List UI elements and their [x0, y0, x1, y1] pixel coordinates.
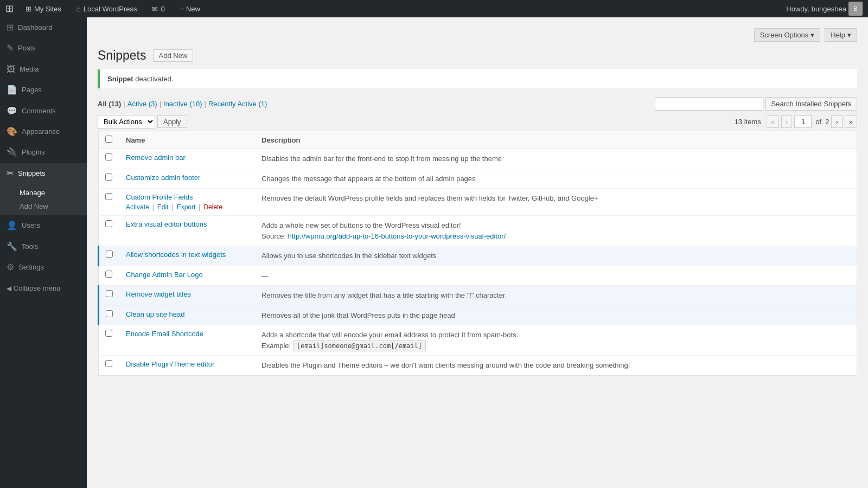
snippet-name-link[interactable]: Remove admin bar	[126, 153, 186, 162]
pag-next-button[interactable]: ›	[831, 115, 842, 128]
snippets-submenu: Manage Add New	[0, 184, 87, 215]
row-checkbox[interactable]	[106, 251, 113, 258]
site-name-menu[interactable]: ⌂ Local WordPress	[73, 0, 141, 17]
filter-all[interactable]: All (13)	[98, 100, 121, 108]
snippet-description: Adds a whole new set of buttons to the W…	[261, 221, 461, 229]
help-button[interactable]: Help ▾	[825, 28, 857, 42]
filter-active[interactable]: Active (3)	[127, 100, 157, 108]
my-sites-menu[interactable]: ⊞ My Sites	[22, 0, 65, 17]
pagination: 13 items « ‹ of 2 › »	[735, 115, 857, 128]
action-delete[interactable]: Delete	[203, 203, 222, 211]
apply-button[interactable]: Apply	[157, 115, 187, 128]
sidebar-item-plugins[interactable]: 🔌 Plugins	[0, 142, 87, 163]
sidebar-item-label: Dashboard	[18, 23, 53, 33]
notice-text: deactivated.	[135, 75, 173, 83]
row-checkbox[interactable]	[105, 220, 112, 227]
sidebar-item-settings[interactable]: ⚙ Settings	[0, 257, 87, 278]
snippet-actions: Activate|Edit|Export|Delete	[126, 203, 248, 211]
row-checkbox[interactable]	[105, 271, 112, 278]
sidebar-item-dashboard[interactable]: ⊞ Dashboard	[0, 17, 87, 38]
snippet-description: Adds a shortcode that will encode your e…	[261, 331, 518, 339]
main-content: Screen Options ▾ Help ▾ Snippets Add New…	[87, 17, 868, 488]
sidebar-item-comments[interactable]: 💬 Comments	[0, 101, 87, 121]
snippet-name-link[interactable]: Custom Profile Fields	[126, 193, 193, 201]
sidebar-sub-add-new[interactable]: Add New	[0, 200, 87, 213]
action-edit[interactable]: Edit	[157, 203, 169, 211]
pag-first-button[interactable]: «	[767, 115, 779, 128]
snippet-name-link[interactable]: Encode Email Shortcode	[126, 330, 203, 338]
row-checkbox[interactable]	[105, 193, 112, 200]
screen-options-button[interactable]: Screen Options ▾	[754, 28, 821, 42]
pag-total: 2	[825, 118, 829, 126]
notice-strong: Snippet	[107, 75, 133, 83]
snippet-name-link[interactable]: Extra visual editor buttons	[126, 220, 207, 228]
new-label: + New	[180, 5, 200, 13]
snippet-name-link[interactable]: Customize admin footer	[126, 174, 200, 182]
row-checkbox[interactable]	[106, 310, 113, 317]
sidebar-item-label: Plugins	[22, 147, 45, 157]
snippet-source-link[interactable]: http://wpmu.org/add-up-to-16-buttons-to-…	[288, 232, 506, 240]
filter-links: All (13) | Active (3) | Inactive (10) | …	[98, 100, 267, 108]
help-label: Help	[831, 31, 845, 39]
sidebar-item-posts[interactable]: ✎ Posts	[0, 38, 87, 59]
table-row: Allow shortcodes in text widgetsAllows y…	[99, 246, 857, 266]
filter-recently-active[interactable]: Recently Active (1)	[208, 100, 267, 108]
th-name: Name	[119, 131, 255, 149]
snippets-icon: ✂	[7, 168, 14, 179]
pages-icon: 📄	[7, 84, 17, 96]
select-all-checkbox[interactable]	[105, 136, 112, 143]
snippet-name-link[interactable]: Change Admin Bar Logo	[126, 271, 203, 279]
sidebar-item-tools[interactable]: 🔧 Tools	[0, 236, 87, 257]
snippet-description: Disables the admin bar for the front-end…	[261, 155, 502, 163]
admin-bar-right: Howdy, bungeshea B	[786, 2, 863, 16]
search-button[interactable]: Search Installed Snippets	[765, 97, 857, 111]
pag-last-button[interactable]: »	[845, 115, 857, 128]
table-row: Customize admin footerChanges the messag…	[99, 169, 857, 189]
row-checkbox[interactable]	[105, 174, 112, 181]
sidebar-item-label: Posts	[18, 43, 36, 53]
table-header-row: Name Description	[99, 131, 857, 149]
sidebar-item-snippets[interactable]: ✂ Snippets	[0, 163, 87, 184]
pag-input[interactable]	[794, 115, 812, 128]
table-row: Extra visual editor buttonsAdds a whole …	[99, 216, 857, 246]
row-checkbox[interactable]	[106, 290, 113, 297]
deactivated-notice: Snippet deactivated.	[98, 69, 857, 88]
bulk-actions-select[interactable]: Bulk Actions	[98, 115, 155, 129]
add-new-button[interactable]: Add New	[153, 49, 194, 62]
row-checkbox[interactable]	[105, 153, 112, 160]
sidebar-item-appearance[interactable]: 🎨 Appearance	[0, 121, 87, 142]
table-row: Encode Email ShortcodeAdds a shortcode t…	[99, 325, 857, 356]
action-activate[interactable]: Activate	[126, 203, 149, 211]
sidebar-item-media[interactable]: 🖼 Media	[0, 59, 87, 80]
home-icon: ⌂	[76, 5, 81, 13]
sidebar-item-label: Comments	[22, 106, 56, 116]
new-content-menu[interactable]: + New	[177, 0, 203, 17]
screen-options-chevron: ▾	[810, 31, 814, 39]
filter-inactive[interactable]: Inactive (10)	[163, 100, 202, 108]
comments-menu[interactable]: ✉ 0	[149, 0, 168, 17]
action-export[interactable]: Export	[177, 203, 196, 211]
sidebar-item-pages[interactable]: 📄 Pages	[0, 80, 87, 100]
row-checkbox[interactable]	[105, 360, 112, 367]
sidebar-item-users[interactable]: 👤 Users	[0, 215, 87, 236]
snippet-name-link[interactable]: Allow shortcodes in text widgets	[126, 251, 226, 259]
add-new-sub-label: Add New	[20, 202, 48, 210]
avatar[interactable]: B	[848, 2, 863, 16]
howdy-label: Howdy,	[786, 5, 809, 13]
snippet-name-link[interactable]: Clean up site head	[126, 310, 184, 318]
collapse-menu-button[interactable]: ◀ Collapse menu	[0, 280, 87, 297]
posts-icon: ✎	[7, 42, 14, 54]
item-count: 13 items	[735, 118, 761, 126]
snippet-name-link[interactable]: Remove widget titles	[126, 290, 191, 298]
wp-logo-icon[interactable]: ⊞	[5, 3, 14, 15]
snippet-name-link[interactable]: Disable Plugin/Theme editor	[126, 360, 214, 368]
sidebar-sub-manage[interactable]: Manage	[0, 186, 87, 200]
snippet-description: Allows you to use shortcodes in the side…	[261, 252, 436, 260]
snippet-description: Changes the message that appears at the …	[261, 175, 476, 183]
username-label[interactable]: bungeshea	[812, 5, 846, 13]
row-checkbox[interactable]	[105, 330, 112, 337]
search-input[interactable]	[655, 97, 763, 111]
pag-of-label: of	[815, 118, 821, 126]
collapse-menu-label: Collapse menu	[14, 284, 61, 292]
pag-prev-button[interactable]: ‹	[781, 115, 792, 128]
